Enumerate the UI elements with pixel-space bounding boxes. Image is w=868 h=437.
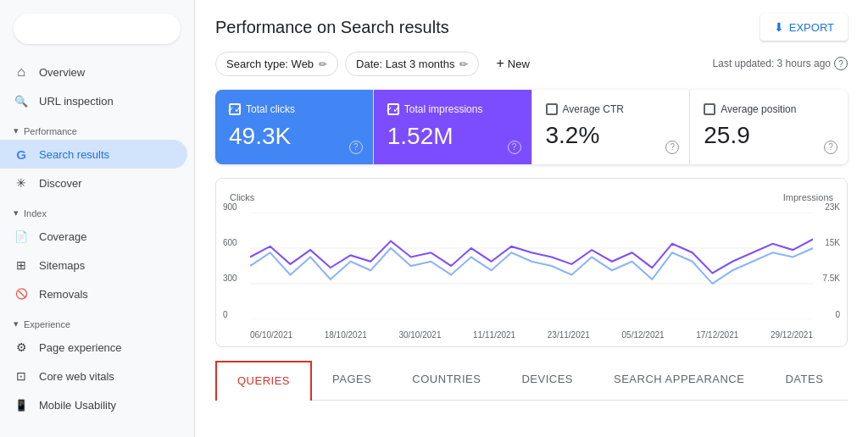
sidebar-item-label: URL inspection	[39, 95, 114, 108]
chart-y-labels-left: 900 600 300 0	[223, 202, 237, 319]
checkbox-total-clicks: ✓	[229, 103, 241, 115]
search-property-input[interactable]	[14, 14, 181, 44]
sidebar-item-mobile-usability[interactable]: Mobile Usability	[0, 390, 187, 419]
metric-cards: ✓ Total clicks 49.3K ? ✓ Total impressio…	[215, 90, 848, 164]
sidebar-item-core-web-vitals[interactable]: Core web vitals	[0, 362, 187, 390]
chart-header: Clicks Impressions	[230, 192, 833, 202]
sidebar-item-label: Coverage	[39, 230, 86, 243]
chevron-icon	[14, 125, 19, 136]
sidebar-item-label: Discover	[39, 177, 82, 190]
removals-icon	[14, 286, 29, 301]
search-type-filter[interactable]: Search type: Web	[215, 52, 338, 76]
sidebar-section-index: Index	[0, 197, 194, 222]
coverage-icon	[14, 229, 29, 244]
sidebar-item-url-inspection[interactable]: URL inspection	[0, 86, 187, 115]
page-experience-icon	[14, 340, 29, 355]
sidebar-item-discover[interactable]: Discover	[0, 169, 187, 197]
date-filter[interactable]: Date: Last 3 months	[345, 52, 479, 76]
metric-value-average-position: 25.9	[704, 122, 834, 149]
last-updated: Last updated: 3 hours ago ?	[713, 57, 848, 70]
info-icon-clicks: ?	[349, 141, 363, 154]
discover-icon	[14, 175, 29, 191]
date-label: Date: Last 3 months	[356, 58, 454, 70]
tab-search-appearance[interactable]: SEARCH APPEARANCE	[593, 361, 765, 400]
export-button[interactable]: ⬇ EXPORT	[760, 14, 848, 41]
metric-card-average-position[interactable]: Average position 25.9 ?	[690, 90, 848, 164]
tab-countries[interactable]: COUNTRIES	[392, 361, 501, 400]
metric-label: Total impressions	[404, 103, 483, 115]
checkbox-average-ctr	[546, 103, 558, 115]
tab-dates[interactable]: DATES	[765, 361, 843, 400]
info-icon-ctr: ?	[665, 141, 679, 154]
info-icon-position: ?	[824, 141, 837, 154]
main-content: Performance on Search results ⬇ EXPORT S…	[195, 0, 868, 437]
chart-right-axis-label: Impressions	[783, 192, 833, 202]
page-header: Performance on Search results ⬇ EXPORT	[215, 0, 848, 51]
metric-value-average-ctr: 3.2%	[546, 122, 676, 149]
metric-label: Average CTR	[563, 103, 624, 115]
sidebar-item-label: Overview	[39, 66, 85, 79]
sidebar-item-search-results[interactable]: G Search results	[0, 140, 187, 169]
sidebar-item-label: Core web vitals	[39, 370, 114, 383]
checkbox-total-impressions: ✓	[387, 103, 399, 115]
chart-y-labels-right: 23K 15K 7.5K 0	[822, 202, 840, 319]
search-type-label: Search type: Web	[226, 58, 314, 70]
filter-bar: Search type: Web Date: Last 3 months + N…	[215, 51, 848, 76]
sidebar-item-label: Mobile Usability	[39, 399, 116, 412]
download-icon: ⬇	[774, 20, 784, 34]
sidebar-item-label: Removals	[39, 288, 88, 301]
chevron-icon	[14, 318, 19, 329]
new-filter-button[interactable]: + New	[486, 51, 539, 76]
sidebar-item-removals[interactable]: Removals	[0, 279, 187, 308]
metric-value-total-clicks: 49.3K	[229, 122, 359, 151]
metric-label: Average position	[721, 103, 796, 115]
plus-icon: +	[496, 56, 504, 71]
metric-card-average-ctr[interactable]: Average CTR 3.2% ?	[532, 90, 691, 164]
tab-devices[interactable]: DEVICES	[501, 361, 593, 400]
edit-icon	[319, 58, 327, 70]
sitemaps-icon	[14, 257, 29, 273]
google-icon: G	[14, 147, 29, 162]
metric-card-total-clicks[interactable]: ✓ Total clicks 49.3K ?	[215, 90, 374, 164]
sidebar-item-page-experience[interactable]: Page experience	[0, 333, 187, 362]
sidebar-item-coverage[interactable]: Coverage	[0, 222, 187, 251]
chart-area	[250, 213, 813, 319]
chart-left-axis-label: Clicks	[230, 192, 254, 202]
sidebar: Overview URL inspection Performance G Se…	[0, 0, 195, 437]
sidebar-item-label: Page experience	[39, 341, 122, 354]
sidebar-item-label: Search results	[39, 148, 109, 161]
home-icon	[14, 64, 29, 80]
metric-value-total-impressions: 1.52M	[387, 122, 518, 151]
core-web-vitals-icon	[14, 368, 29, 384]
metric-label: Total clicks	[246, 103, 295, 115]
page-title: Performance on Search results	[215, 18, 449, 37]
chart-svg	[250, 213, 813, 319]
sidebar-section-performance: Performance	[0, 115, 194, 140]
sidebar-item-sitemaps[interactable]: Sitemaps	[0, 251, 187, 279]
search-icon	[14, 93, 29, 108]
metric-card-total-impressions[interactable]: ✓ Total impressions 1.52M ?	[374, 90, 532, 164]
sidebar-section-experience: Experience	[0, 308, 194, 333]
sidebar-item-label: Sitemaps	[39, 259, 85, 272]
chart-container: Clicks Impressions 900 600 300 0 23K 15K…	[215, 178, 848, 347]
tabs-container: QUERIES PAGES COUNTRIES DEVICES SEARCH A…	[215, 361, 848, 401]
tab-pages[interactable]: PAGES	[312, 361, 392, 400]
info-icon: ?	[834, 57, 848, 70]
edit-icon	[459, 58, 468, 70]
chevron-icon	[14, 207, 19, 218]
info-icon-impressions: ?	[508, 141, 521, 154]
mobile-icon	[14, 397, 29, 412]
checkbox-average-position	[704, 103, 715, 115]
tab-queries[interactable]: QUERIES	[215, 361, 312, 401]
sidebar-item-overview[interactable]: Overview	[0, 58, 187, 86]
chart-x-labels: 06/10/2021 18/10/2021 30/10/2021 11/11/2…	[250, 330, 813, 340]
